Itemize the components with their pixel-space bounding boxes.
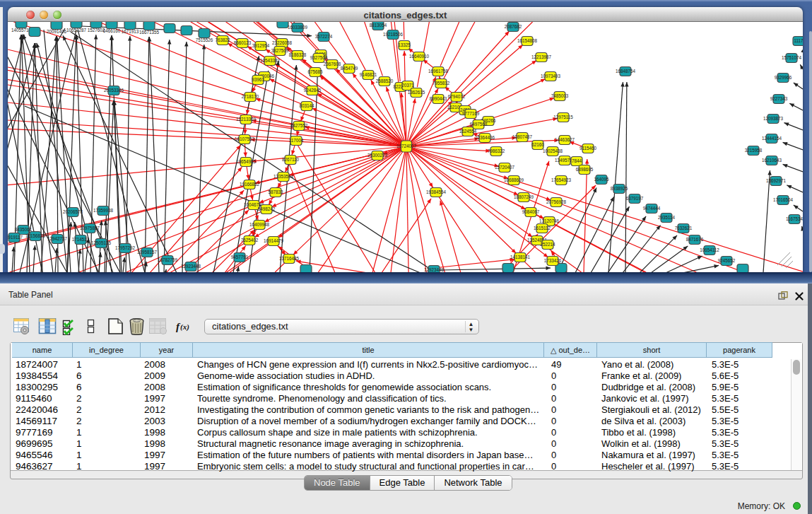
svg-text:16154808: 16154808	[517, 38, 538, 43]
svg-text:3912954: 3912954	[252, 43, 270, 48]
svg-text:9329966: 9329966	[775, 75, 792, 80]
svg-text:6466160: 6466160	[103, 28, 121, 33]
svg-text:9777169: 9777169	[462, 111, 480, 116]
svg-text:1362615: 1362615	[408, 90, 425, 95]
svg-text:16848754: 16848754	[616, 69, 636, 74]
svg-text:13120746: 13120746	[539, 218, 560, 223]
svg-text:15692971: 15692971	[766, 178, 787, 183]
svg-text:8435061: 8435061	[15, 227, 33, 232]
svg-text:10958157: 10958157	[137, 250, 158, 255]
svg-text:20371: 20371	[401, 83, 414, 88]
svg-text:19166852: 19166852	[240, 182, 260, 187]
svg-text:8186328: 8186328	[289, 52, 307, 57]
svg-text:13325: 13325	[398, 42, 411, 47]
svg-text:18807249: 18807249	[514, 194, 534, 199]
svg-text:9242845: 9242845	[304, 88, 322, 93]
svg-text:1167534: 1167534	[786, 216, 803, 221]
svg-text:1733426: 1733426	[544, 258, 562, 263]
svg-text:9457791: 9457791	[231, 255, 249, 259]
svg-text:93961: 93961	[252, 77, 264, 82]
svg-text:20053346: 20053346	[104, 88, 124, 93]
svg-text:14055714: 14055714	[11, 28, 32, 33]
svg-text:17359938: 17359938	[93, 208, 114, 213]
svg-text:6794072: 6794072	[448, 94, 466, 99]
svg-text:10653287: 10653287	[66, 28, 87, 33]
svg-text:13353594: 13353594	[273, 174, 294, 179]
svg-text:17016504: 17016504	[773, 197, 794, 202]
svg-text:20756928: 20756928	[546, 199, 567, 204]
svg-text:8267110: 8267110	[282, 157, 300, 162]
svg-text:17957292: 17957292	[115, 245, 136, 250]
svg-text:7485003: 7485003	[551, 93, 569, 98]
svg-text:587833: 587833	[268, 189, 283, 194]
svg-text:9227343: 9227343	[770, 96, 788, 101]
svg-text:16033809: 16033809	[288, 25, 308, 30]
svg-text:164095: 164095	[594, 177, 609, 182]
svg-text:12093873: 12093873	[763, 116, 784, 121]
svg-text:12444154: 12444154	[762, 136, 782, 141]
svg-text:16961758: 16961758	[428, 69, 449, 74]
svg-text:19654985: 19654985	[236, 159, 257, 164]
svg-text:9084067: 9084067	[522, 209, 540, 214]
svg-text:1714513: 1714513	[72, 237, 90, 242]
svg-text:7515526: 7515526	[196, 37, 213, 42]
svg-text:3827509: 3827509	[271, 48, 289, 53]
svg-text:10975887: 10975887	[80, 226, 100, 230]
svg-text:6379197: 6379197	[626, 196, 644, 201]
svg-text:10973493: 10973493	[541, 74, 561, 78]
svg-text:8813054: 8813054	[370, 23, 387, 28]
svg-text:16409948: 16409948	[249, 222, 270, 227]
svg-text:6497568: 6497568	[470, 122, 488, 127]
svg-text:9146821: 9146821	[360, 72, 377, 77]
svg-text:12942737: 12942737	[47, 236, 68, 241]
svg-text:8471676: 8471676	[686, 237, 704, 242]
svg-text:803144: 803144	[299, 103, 314, 108]
svg-text:117004: 117004	[289, 138, 304, 143]
svg-text:12213987: 12213987	[531, 54, 552, 59]
svg-text:10807487: 10807487	[512, 134, 533, 139]
svg-text:20091406: 20091406	[47, 29, 67, 34]
svg-text:2367608: 2367608	[324, 62, 341, 66]
svg-text:7986322: 7986322	[488, 148, 505, 153]
svg-text:2588520: 2588520	[376, 78, 394, 83]
svg-text:8660123: 8660123	[234, 40, 252, 45]
svg-text:2935114: 2935114	[658, 215, 676, 220]
svg-text:19218506: 19218506	[383, 32, 404, 37]
svg-text:(x): (x)	[180, 322, 189, 332]
svg-text:15720407: 15720407	[495, 165, 515, 170]
svg-text:12156829: 12156829	[25, 233, 46, 238]
svg-text:25300273: 25300273	[367, 153, 388, 158]
svg-text:12975115: 12975115	[553, 115, 573, 119]
svg-text:16671355: 16671355	[139, 30, 160, 35]
svg-text:1615112: 1615112	[534, 226, 551, 230]
svg-text:3215958: 3215958	[745, 148, 763, 153]
svg-text:12923448: 12923448	[181, 264, 201, 269]
svg-text:13716485: 13716485	[279, 256, 300, 261]
svg-text:7625402: 7625402	[241, 238, 259, 243]
svg-text:16210643: 16210643	[762, 158, 782, 163]
svg-text:14138141: 14138141	[510, 255, 531, 259]
svg-text:8454749: 8454749	[341, 66, 358, 71]
svg-text:8938925: 8938925	[611, 186, 628, 191]
svg-text:23226058: 23226058	[272, 40, 293, 45]
svg-text:9327509: 9327509	[310, 55, 328, 60]
svg-text:9245652: 9245652	[718, 258, 736, 263]
svg-text:3572274: 3572274	[315, 34, 333, 39]
svg-text:15751074: 15751074	[782, 55, 802, 60]
svg-text:763822: 763822	[215, 37, 230, 42]
svg-text:3919117: 3919117	[8, 235, 23, 240]
svg-text:10654112: 10654112	[700, 247, 719, 252]
svg-text:17654923: 17654923	[551, 177, 572, 182]
svg-text:8427552: 8427552	[290, 123, 308, 128]
svg-text:9474444: 9474444	[643, 206, 661, 211]
svg-text:20364436: 20364436	[475, 135, 495, 140]
svg-text:9115460: 9115460	[579, 146, 597, 151]
svg-text:252214: 252214	[540, 242, 555, 247]
svg-text:12213369: 12213369	[236, 117, 257, 122]
svg-text:16914479: 16914479	[264, 238, 284, 243]
svg-text:1671913: 1671913	[122, 29, 139, 34]
svg-text:12923448: 12923448	[424, 267, 445, 272]
svg-text:7955812: 7955812	[433, 81, 450, 86]
svg-text:12505135: 12505135	[91, 240, 112, 245]
svg-text:16782759: 16782759	[158, 257, 178, 262]
